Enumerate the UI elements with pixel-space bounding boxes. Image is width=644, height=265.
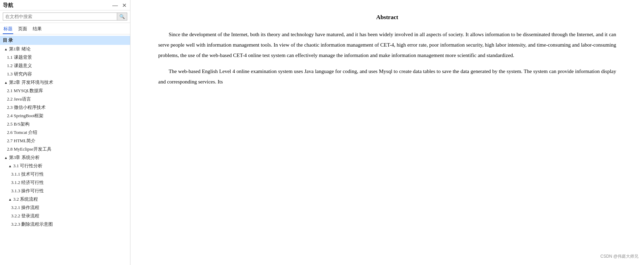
search-button[interactable]: 🔍 — [117, 13, 127, 21]
tab-results[interactable]: 结果 — [32, 24, 42, 34]
nav-label-ch3: 第3章 系统分析 — [9, 154, 40, 161]
watermark: CSDN @伟庭大师兄 — [600, 254, 638, 259]
nav-item-3-2[interactable]: ▲ 3.2 系统流程 — [0, 195, 130, 203]
nav-item-3-2-3[interactable]: 3.2.3 删除流程示意图 — [0, 220, 130, 228]
nav-item-1-1[interactable]: 1.1 课题背景 — [0, 53, 130, 62]
arrow-ch2: ▲ — [4, 81, 8, 85]
nav-item-2-7[interactable]: 2.7 HTML简介 — [0, 137, 130, 145]
nav-label-3-1: 3.1 可行性分析 — [13, 163, 43, 169]
nav-item-ch3[interactable]: ▲ 第3章 系统分析 — [0, 153, 130, 162]
arrow-3-2: ▲ — [8, 198, 12, 201]
search-bar: 🔍 — [0, 10, 130, 23]
close-button[interactable]: ✕ — [121, 3, 127, 8]
nav-item-3-2-2[interactable]: 3.2.2 登录流程 — [0, 212, 130, 220]
search-input[interactable] — [3, 13, 117, 21]
minimize-button[interactable]: — — [112, 3, 119, 8]
nav-item-1-3[interactable]: 1.3 研究内容 — [0, 70, 130, 78]
nav-label-3-2: 3.2 系统流程 — [13, 196, 38, 202]
nav-label-ch2: 第2章 开发环境与技术 — [9, 79, 53, 86]
tab-pages[interactable]: 页面 — [17, 24, 28, 34]
sidebar-title: 导航 — [3, 2, 13, 9]
nav-item-3-1-1[interactable]: 3.1.1 技术可行性 — [0, 170, 130, 178]
nav-item-2-3[interactable]: 2.3 微信小程序技术 — [0, 103, 130, 112]
nav-item-2-8[interactable]: 2.8 MyEclipse开发工具 — [0, 145, 130, 153]
sidebar-controls: — ✕ — [112, 3, 127, 8]
paragraph-2: The web-based English Level 4 online exa… — [158, 66, 616, 87]
nav-item-2-5[interactable]: 2.5 B/S架构 — [0, 120, 130, 128]
arrow-3-1: ▲ — [8, 164, 12, 168]
nav-item-3-1-3[interactable]: 3.1.3 操作可行性 — [0, 187, 130, 195]
nav-item-ch1[interactable]: ▲ 第1章 绪论 — [0, 45, 130, 53]
nav-label-ch1: 第1章 绪论 — [9, 46, 31, 52]
nav-item-2-1[interactable]: 2.1 MYSQL数据库 — [0, 87, 130, 95]
nav-item-3-2-1[interactable]: 3.2.1 操作流程 — [0, 203, 130, 212]
nav-item-2-4[interactable]: 2.4 SpringBoot框架 — [0, 112, 130, 120]
nav-item-3-1-2[interactable]: 3.1.2 经济可行性 — [0, 178, 130, 187]
sidebar-tabs: 标题 页面 结果 — [0, 23, 130, 34]
arrow-ch1: ▲ — [4, 47, 8, 51]
selected-nav-label: 目 录 — [3, 37, 13, 43]
nav-item-3-1[interactable]: ▲ 3.1 可行性分析 — [0, 162, 130, 170]
sidebar: 导航 — ✕ 🔍 标题 页面 结果 目 录 ▲ 第1章 绪论 1.1 课题背景 … — [0, 0, 130, 265]
nav-item-ch2[interactable]: ▲ 第2章 开发环境与技术 — [0, 78, 130, 87]
tab-headings[interactable]: 标题 — [3, 24, 13, 34]
sidebar-header: 导航 — ✕ — [0, 0, 130, 10]
abstract-title: Abstract — [158, 14, 616, 21]
arrow-ch3: ▲ — [4, 156, 8, 160]
paragraph-1: Since the development of the Internet, b… — [158, 29, 616, 61]
selected-nav-bar: 目 录 — [0, 36, 130, 45]
main-content: Abstract Since the development of the In… — [130, 0, 644, 265]
nav-item-1-2[interactable]: 1.2 课题意义 — [0, 62, 130, 70]
nav-item-2-2[interactable]: 2.2 Java语言 — [0, 95, 130, 103]
nav-tree: 目 录 ▲ 第1章 绪论 1.1 课题背景 1.2 课题意义 1.3 研究内容 … — [0, 34, 130, 265]
nav-item-2-6[interactable]: 2.6 Tomcat 介绍 — [0, 128, 130, 137]
